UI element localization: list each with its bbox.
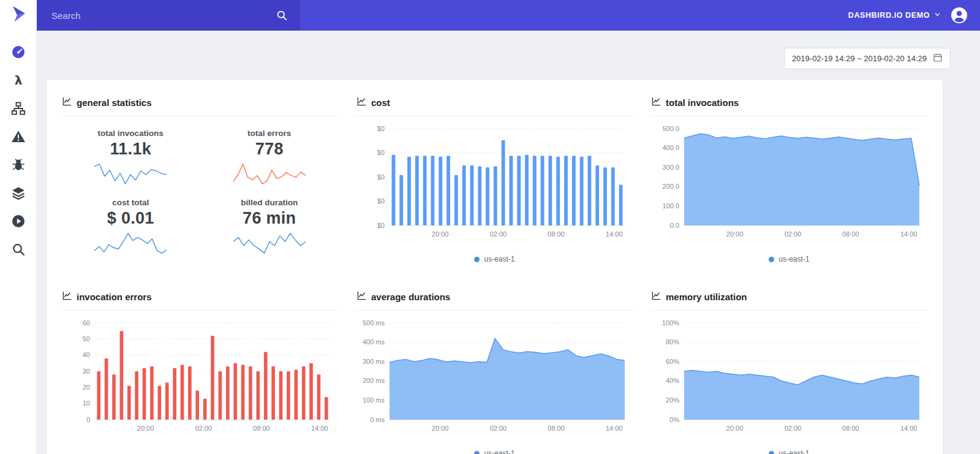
svg-text:20: 20 [83,384,90,391]
stat-sparkline [93,160,168,188]
search-icon[interactable] [273,7,290,24]
svg-text:10: 10 [83,399,90,407]
svg-text:14:00: 14:00 [606,425,623,432]
svg-text:20:00: 20:00 [432,425,449,432]
legend-dot [474,451,480,454]
svg-text:400.0: 400.0 [662,144,679,151]
sidebar-item-dashboard[interactable] [10,45,26,60]
panel-total-invocations: total invocations 0.0100.0200.0300.0400.… [650,93,928,264]
warning-triangle-icon [11,129,26,146]
svg-text:20:00: 20:00 [137,425,154,432]
lambda-icon: λ [11,73,26,89]
stat-value: $ 0.01 [107,209,154,228]
main-content: 2019-02-19 14:29 ~ 2019-02-20 14:29 gene… [37,31,980,454]
svg-text:0%: 0% [669,416,679,423]
stat-total-errors: total errors 778 [200,129,339,188]
average-durations-chart[interactable]: 0 ms100 ms200 ms300 ms400 ms500 ms20:000… [356,318,633,434]
legend-dot [769,451,774,454]
svg-text:200.0: 200.0 [662,183,679,190]
svg-text:60%: 60% [666,358,679,365]
panel-title: total invocations [666,97,739,108]
stat-label: total errors [247,129,291,138]
svg-text:20:00: 20:00 [726,425,744,432]
legend-label: us-east-1 [778,255,809,263]
svg-text:20:00: 20:00 [432,230,449,238]
legend-dot [474,257,480,262]
stats-grid: total invocations 11.1k total errors 778… [61,124,339,257]
svg-text:$0: $0 [377,125,385,132]
svg-text:$0: $0 [377,173,385,181]
svg-text:100 ms: 100 ms [363,396,385,404]
svg-text:300.0: 300.0 [662,164,679,171]
date-range-picker[interactable]: 2019-02-19 14:29 ~ 2019-02-20 14:29 [784,48,951,69]
legend-label: us-east-1 [484,255,514,263]
date-row: 2019-02-19 14:29 ~ 2019-02-20 14:29 [46,48,951,69]
stat-billed-duration: billed duration 76 min [200,198,339,257]
legend-label: us-east-1 [778,449,809,454]
legend-us-east-1[interactable]: us-east-1 [356,449,633,454]
legend-dot [769,257,774,262]
svg-text:50: 50 [83,335,90,342]
svg-text:02:00: 02:00 [785,230,802,238]
account-label: DASHBIRD.IO DEMO [848,11,930,20]
stat-sparkline [232,229,307,257]
dashboard-card: general statistics total invocations 11.… [46,79,943,454]
cost-chart[interactable]: $0$0$0$0$020:0002:0008:0014:00 [356,124,633,240]
gauge-dashboard-icon [11,45,26,61]
svg-text:08:00: 08:00 [842,425,859,432]
stat-sparkline [232,160,307,188]
panel-title: average durations [371,292,450,302]
legend-us-east-1[interactable]: us-east-1 [356,255,633,263]
play-circle-icon [11,214,26,230]
topbar-right: DASHBIRD.IO DEMO [848,0,980,31]
search-bar [37,0,300,31]
svg-text:300 ms: 300 ms [363,358,385,365]
svg-text:14:00: 14:00 [606,230,623,238]
bug-icon [11,157,26,174]
svg-text:02:00: 02:00 [785,425,802,432]
panel-title: cost [371,97,390,108]
search-icon [11,242,26,259]
dashbird-bird-logo-icon [9,4,28,26]
date-range-text: 2019-02-19 14:29 ~ 2019-02-20 14:29 [792,54,927,63]
panel-title: invocation errors [77,292,152,302]
legend-label: us-east-1 [484,449,514,454]
sidebar-item-errors[interactable] [10,158,26,173]
svg-text:200 ms: 200 ms [363,377,385,384]
dashbird-logo[interactable] [0,0,37,31]
invocation-errors-chart[interactable]: 010203040506020:0002:0008:0014:00 [61,318,339,434]
account-menu[interactable]: DASHBIRD.IO DEMO [848,11,941,20]
panel-memory-utilization: memory utilization 0%20%40%60%80%100%20:… [650,287,928,454]
user-avatar-icon[interactable] [951,7,968,24]
sidebar-item-resource-map[interactable] [10,102,26,116]
stat-total-invocations: total invocations 11.1k [61,129,200,188]
sidebar-item-search[interactable] [10,243,26,257]
svg-text:08:00: 08:00 [548,230,565,238]
svg-text:500 ms: 500 ms [363,319,385,327]
sidebar-item-live-tail[interactable] [10,214,26,229]
sitemap-icon [11,101,26,118]
svg-text:$0: $0 [377,222,385,229]
svg-text:500.0: 500.0 [662,125,679,132]
legend-us-east-1[interactable]: us-east-1 [650,449,928,454]
svg-text:100.0: 100.0 [662,202,679,210]
svg-text:02:00: 02:00 [490,425,507,432]
stat-cost-total: cost total $ 0.01 [61,198,200,257]
stat-value: 11.1k [110,140,151,159]
line-chart-icon [62,291,72,303]
panel-cost: cost $0$0$0$0$020:0002:0008:0014:00 us-e… [356,93,633,264]
svg-text:0 ms: 0 ms [370,416,385,423]
sidebar-item-functions[interactable]: λ [10,74,26,88]
stat-sparkline [93,229,168,257]
stat-value: 778 [255,140,284,159]
search-input[interactable] [51,10,273,21]
panel-header: memory utilization [650,287,928,311]
svg-text:08:00: 08:00 [842,230,859,238]
sidebar-item-layers[interactable] [10,186,26,201]
total-invocations-chart[interactable]: 0.0100.0200.0300.0400.0500.020:0002:0008… [650,124,928,240]
svg-text:$0: $0 [377,197,385,205]
memory-utilization-chart[interactable]: 0%20%40%60%80%100%20:0002:0008:0014:00 [650,318,928,434]
legend-us-east-1[interactable]: us-east-1 [650,255,928,263]
sidebar-item-alerts[interactable] [10,130,26,145]
svg-text:0.0: 0.0 [670,222,679,229]
